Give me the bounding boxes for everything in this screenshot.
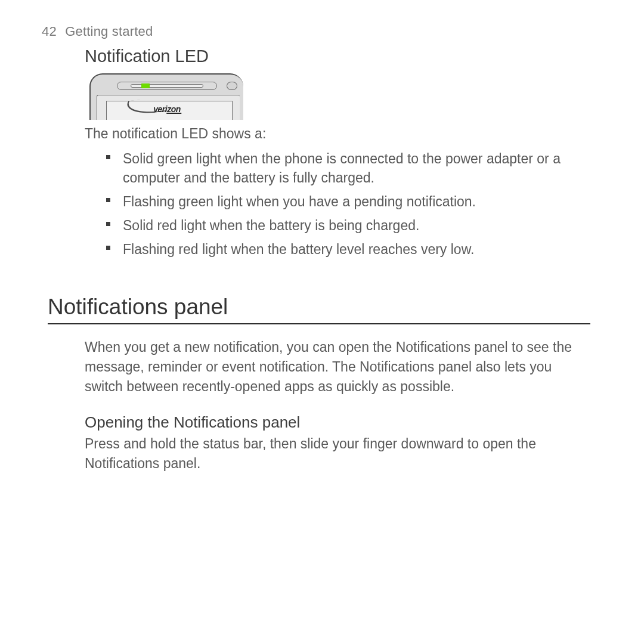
list-item: Solid green light when the phone is conn… (103, 147, 572, 190)
panel-body-text: When you get a new notification, you can… (85, 338, 596, 397)
list-item: Solid red light when the battery is bein… (103, 213, 572, 237)
carrier-logo-part-b: zon (167, 104, 181, 114)
page-header: 42 Getting started (42, 24, 596, 39)
phone-illustration: verizon (89, 73, 596, 120)
section-title-panel: Notifications panel (48, 295, 596, 323)
subsection-title-opening: Opening the Notifications panel (85, 413, 596, 432)
list-item: Flashing green light when you have a pen… (103, 190, 572, 213)
content-area: Notification LED verizon The notificatio… (42, 47, 596, 261)
carrier-logo: verizon (153, 104, 181, 114)
opening-body-text: Press and hold the status bar, then slid… (85, 434, 596, 473)
panel-content: When you get a new notification, you can… (42, 338, 596, 473)
page: 42 Getting started Notification LED veri… (0, 0, 644, 473)
list-item: Flashing red light when the battery leve… (103, 237, 572, 261)
section-title-led: Notification LED (85, 47, 596, 66)
camera-icon (227, 82, 237, 90)
led-state-list: Solid green light when the phone is conn… (85, 147, 596, 261)
earpiece-icon (117, 82, 217, 90)
chapter-title: Getting started (65, 24, 153, 39)
led-intro-text: The notification LED shows a: (85, 126, 596, 142)
notification-led-icon (141, 83, 150, 88)
section-rule (48, 323, 590, 324)
page-number: 42 (42, 24, 57, 39)
carrier-logo-part-a: veri (153, 104, 167, 114)
